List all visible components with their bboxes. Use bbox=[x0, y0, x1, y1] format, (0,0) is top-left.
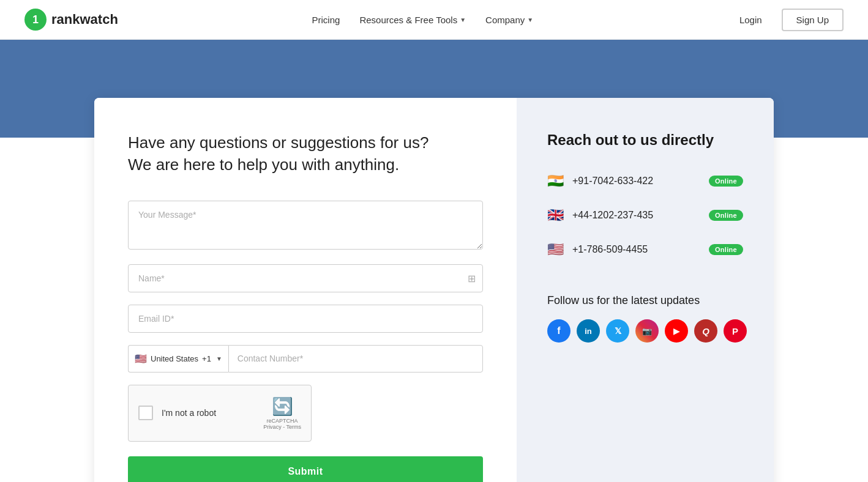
country-chevron: ▼ bbox=[216, 355, 222, 362]
name-icon: ⊞ bbox=[468, 272, 476, 284]
nav-actions: Login Sign Up bbox=[727, 9, 844, 31]
follow-section: Follow us for the latest updates f in 𝕏 … bbox=[547, 294, 743, 343]
info-panel: Reach out to us directly 🇮🇳 +91-7042-633… bbox=[517, 98, 774, 482]
captcha-links: Privacy - Terms bbox=[263, 424, 301, 430]
country-dial-code: +1 bbox=[202, 354, 211, 363]
name-input[interactable] bbox=[128, 264, 483, 292]
youtube-icon[interactable]: ▶ bbox=[665, 319, 688, 343]
contact-left-uk: 🇬🇧 +44-1202-237-435 bbox=[547, 207, 653, 223]
name-group: ⊞ bbox=[128, 264, 483, 292]
us-number: +1-786-509-4455 bbox=[572, 244, 648, 255]
captcha-logo: 🔄 reCAPTCHA Privacy - Terms bbox=[263, 396, 301, 430]
captcha-widget[interactable]: I'm not a robot 🔄 reCAPTCHA Privacy - Te… bbox=[128, 385, 312, 442]
india-status: Online bbox=[709, 176, 743, 187]
pinterest-icon[interactable]: P bbox=[724, 319, 747, 343]
message-group bbox=[128, 201, 483, 252]
captcha-group: I'm not a robot 🔄 reCAPTCHA Privacy - Te… bbox=[128, 385, 483, 442]
india-flag: 🇮🇳 bbox=[547, 173, 564, 189]
captcha-brand-text: reCAPTCHA bbox=[263, 418, 301, 424]
us-flag: 🇺🇸 bbox=[547, 242, 564, 258]
instagram-icon[interactable]: 📷 bbox=[635, 319, 659, 343]
india-number: +91-7042-633-422 bbox=[572, 176, 653, 187]
country-name: United States bbox=[151, 354, 198, 363]
login-button[interactable]: Login bbox=[727, 10, 774, 30]
contact-left-india: 🇮🇳 +91-7042-633-422 bbox=[547, 173, 653, 189]
form-panel: Have any questions or suggestions for us… bbox=[94, 98, 517, 482]
navbar: 1 rankwatch Pricing Resources & Free Too… bbox=[0, 0, 868, 40]
logo-link[interactable]: 1 rankwatch bbox=[24, 9, 118, 31]
follow-title: Follow us for the latest updates bbox=[547, 294, 743, 307]
form-headline: Have any questions or suggestions for us… bbox=[128, 132, 483, 176]
page-wrapper: Have any questions or suggestions for us… bbox=[0, 40, 868, 482]
social-icons: f in 𝕏 📷 ▶ Q P bbox=[547, 319, 743, 343]
company-dropdown-arrow: ▼ bbox=[527, 17, 533, 23]
facebook-icon[interactable]: f bbox=[547, 319, 571, 343]
logo-icon: 1 bbox=[24, 9, 47, 31]
country-flag: 🇺🇸 bbox=[135, 353, 147, 365]
quora-icon[interactable]: Q bbox=[694, 319, 717, 343]
captcha-left: I'm not a robot bbox=[138, 406, 216, 420]
phone-group: 🇺🇸 United States +1 ▼ bbox=[128, 345, 483, 373]
captcha-label: I'm not a robot bbox=[162, 408, 216, 418]
captcha-privacy-link[interactable]: Privacy bbox=[263, 424, 282, 430]
uk-flag: 🇬🇧 bbox=[547, 207, 564, 223]
info-title: Reach out to us directly bbox=[547, 132, 743, 149]
captcha-terms-link[interactable]: Terms bbox=[286, 424, 302, 430]
contact-card: Have any questions or suggestions for us… bbox=[94, 98, 774, 482]
email-group bbox=[128, 305, 483, 333]
uk-status: Online bbox=[709, 210, 743, 221]
captcha-checkbox[interactable] bbox=[138, 406, 153, 420]
contact-item-us: 🇺🇸 +1-786-509-4455 Online bbox=[547, 242, 743, 258]
contact-item-india: 🇮🇳 +91-7042-633-422 Online bbox=[547, 173, 743, 189]
nav-resources[interactable]: Resources & Free Tools ▼ bbox=[359, 15, 466, 25]
signup-button[interactable]: Sign Up bbox=[782, 9, 844, 31]
linkedin-icon[interactable]: in bbox=[577, 319, 600, 343]
recaptcha-icon: 🔄 bbox=[263, 396, 301, 417]
nav-links: Pricing Resources & Free Tools ▼ Company… bbox=[312, 15, 534, 25]
logo-text: rankwatch bbox=[51, 12, 118, 28]
email-input[interactable] bbox=[128, 305, 483, 333]
phone-input[interactable] bbox=[228, 345, 483, 373]
nav-company[interactable]: Company ▼ bbox=[485, 15, 533, 25]
resources-dropdown-arrow: ▼ bbox=[460, 17, 466, 23]
nav-pricing[interactable]: Pricing bbox=[312, 15, 340, 25]
country-selector[interactable]: 🇺🇸 United States +1 ▼ bbox=[128, 345, 228, 373]
uk-number: +44-1202-237-435 bbox=[572, 210, 653, 221]
message-input[interactable] bbox=[128, 201, 483, 250]
twitter-icon[interactable]: 𝕏 bbox=[606, 319, 629, 343]
us-status: Online bbox=[709, 244, 743, 255]
submit-button[interactable]: Submit bbox=[128, 456, 483, 482]
contact-left-us: 🇺🇸 +1-786-509-4455 bbox=[547, 242, 648, 258]
contact-item-uk: 🇬🇧 +44-1202-237-435 Online bbox=[547, 207, 743, 223]
